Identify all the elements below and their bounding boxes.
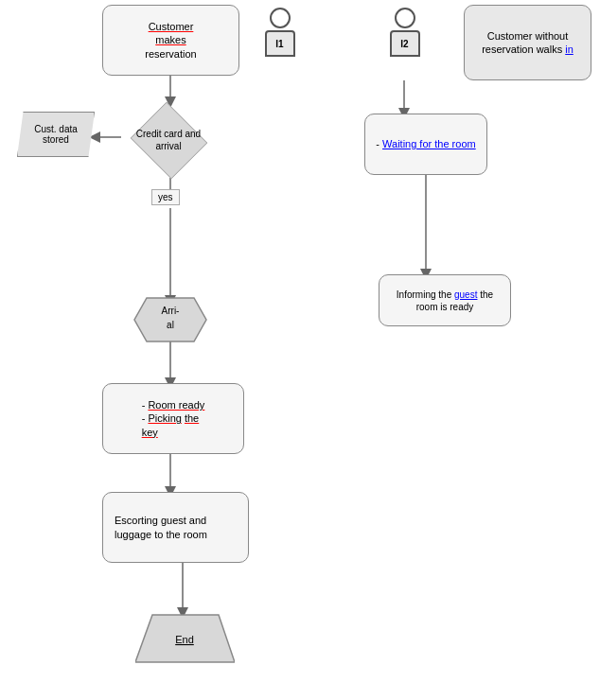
- yes-text: yes: [158, 192, 173, 202]
- svg-text:End: End: [175, 634, 194, 645]
- actor-i2-head: [395, 8, 415, 28]
- actor-i1-body: I1: [265, 30, 295, 57]
- room-ready-node: - Room ready - Picking the key: [102, 383, 244, 454]
- customer-reservation-label: Customer makes reservation: [145, 20, 196, 61]
- waiting-room-label: - Waiting for the room: [376, 137, 475, 150]
- credit-card-label: Credit card and arrival: [132, 128, 205, 152]
- yes-label-node: yes: [151, 189, 180, 205]
- customer-no-reservation-label: Customer without reservation walks in: [472, 29, 583, 57]
- customer-reservation-node: Customer makes reservation: [102, 5, 239, 76]
- customer-no-reservation-node: Customer without reservation walks in: [464, 5, 591, 80]
- end-node: End: [135, 613, 235, 667]
- actor-i2-node: I2: [379, 8, 431, 57]
- credit-card-diamond-node: Credit card and arrival: [121, 97, 216, 183]
- actor-i2-body: I2: [390, 30, 420, 57]
- svg-text:al: al: [167, 320, 174, 330]
- informing-guest-label: Informing the guest the room is ready: [387, 289, 503, 313]
- actor-i1-head: [270, 8, 291, 28]
- room-ready-label: - Room ready - Picking the key: [142, 398, 205, 439]
- svg-text:Arri-: Arri-: [162, 306, 180, 316]
- escorting-guest-node: Escorting guest and luggage to the room: [102, 492, 249, 563]
- informing-guest-node: Informing the guest the room is ready: [379, 274, 511, 326]
- cust-data-label: Cust. data stored: [27, 124, 84, 145]
- end-svg: End: [135, 613, 235, 665]
- cust-data-stored-node: Cust. data stored: [17, 112, 95, 157]
- waiting-room-node: - Waiting for the room: [364, 114, 487, 175]
- connectors-svg: [0, 0, 600, 700]
- actor-i1-node: I1: [254, 8, 306, 57]
- arrival-hexagon-node: Arri- al: [132, 296, 208, 345]
- escorting-label: Escorting guest and luggage to the room: [115, 514, 237, 541]
- hexagon-svg: Arri- al: [132, 296, 208, 343]
- flowchart-diagram: Customer makes reservation I1 I2 Custome…: [0, 0, 600, 700]
